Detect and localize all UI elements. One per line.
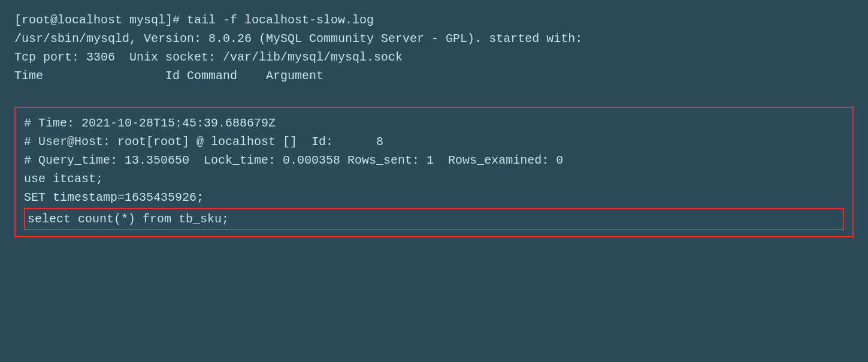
slow-log-query: select count(*) from tb_sku; [24, 208, 844, 230]
slow-log-time: # Time: 2021-10-28T15:45:39.688679Z [24, 114, 844, 132]
terminal-line-1: [root@localhost mysql]# tail -f localhos… [14, 11, 854, 29]
terminal-window: [root@localhost mysql]# tail -f localhos… [0, 0, 868, 362]
slow-log-query-time: # Query_time: 13.350650 Lock_time: 0.000… [24, 151, 844, 170]
slow-log-user-host: # User@Host: root[root] @ localhost [] I… [24, 132, 844, 151]
slow-log-entry-block: # Time: 2021-10-28T15:45:39.688679Z # Us… [14, 107, 854, 237]
terminal-line-2: /usr/sbin/mysqld, Version: 8.0.26 (MySQL… [14, 29, 854, 48]
slow-log-set-timestamp: SET timestamp=1635435926; [24, 188, 844, 207]
spacer [14, 85, 854, 103]
terminal-line-3: Tcp port: 3306 Unix socket: /var/lib/mys… [14, 48, 854, 67]
terminal-line-4: Time Id Command Argument [14, 67, 854, 85]
slow-log-use-db: use itcast; [24, 170, 844, 188]
